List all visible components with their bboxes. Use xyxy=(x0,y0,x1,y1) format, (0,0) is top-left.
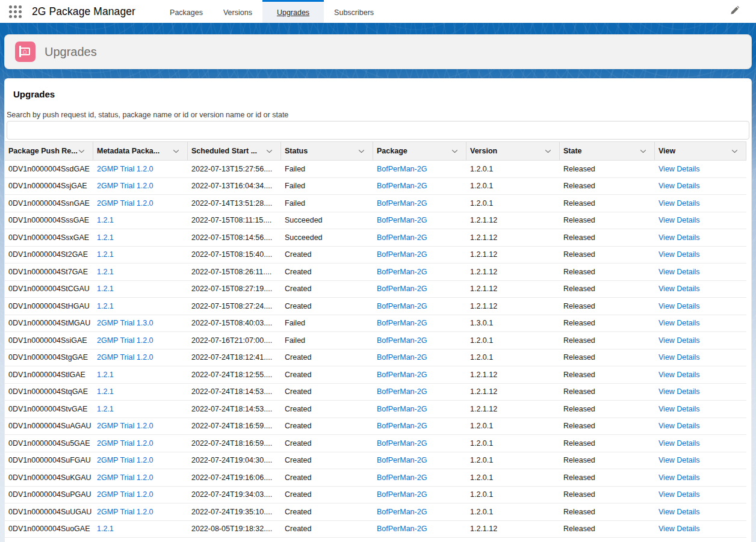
app-header: 2G Package Manager PackagesVersionsUpgra… xyxy=(0,0,756,23)
tab-versions[interactable]: Versions xyxy=(213,0,262,23)
view-link[interactable]: View Details xyxy=(658,490,700,499)
chevron-down-icon[interactable] xyxy=(639,147,647,155)
view-link[interactable]: View Details xyxy=(658,182,700,190)
view-link[interactable]: View Details xyxy=(658,422,700,430)
metadata_package-link[interactable]: 2GMP Trial 1.2.0 xyxy=(97,439,153,448)
view-link[interactable]: View Details xyxy=(658,336,700,345)
view-link[interactable]: View Details xyxy=(658,302,700,310)
metadata_package-link[interactable]: 1.2.1 xyxy=(97,525,114,533)
column-header-package[interactable]: Package xyxy=(373,142,466,160)
view-link[interactable]: View Details xyxy=(658,353,700,362)
chevron-down-icon[interactable] xyxy=(451,147,459,155)
metadata_package-link[interactable]: 1.2.1 xyxy=(97,285,114,293)
view-link[interactable]: View Details xyxy=(658,233,700,242)
column-header-view[interactable]: View xyxy=(655,142,746,160)
search-input[interactable] xyxy=(7,121,749,140)
package-link[interactable]: BofPerMan-2G xyxy=(377,371,427,379)
view-link[interactable]: View Details xyxy=(658,405,700,413)
view-link[interactable]: View Details xyxy=(658,473,700,482)
metadata_package-link[interactable]: 2GMP Trial 1.2.0 xyxy=(97,165,153,173)
column-label: Metadata Packa... xyxy=(97,147,160,155)
push_request_id-text: 0DV1n0000004SsiGAE xyxy=(8,336,87,345)
metadata_package-link[interactable]: 2GMP Trial 1.2.0 xyxy=(97,353,153,362)
chevron-down-icon[interactable] xyxy=(358,147,365,155)
tab-packages[interactable]: Packages xyxy=(160,0,213,23)
package-link[interactable]: BofPerMan-2G xyxy=(377,216,427,224)
view-link[interactable]: View Details xyxy=(658,285,700,293)
metadata_package-link[interactable]: 1.2.1 xyxy=(97,302,114,310)
version-text: 1.2.1.12 xyxy=(470,216,497,224)
view-link[interactable]: View Details xyxy=(658,439,700,448)
metadata_package-link[interactable]: 1.2.1 xyxy=(97,405,114,413)
cell-push_request_id: 0DV1n0000004StlGAE xyxy=(5,366,93,383)
metadata_package-link[interactable]: 1.2.1 xyxy=(97,371,114,379)
package-link[interactable]: BofPerMan-2G xyxy=(377,422,427,430)
metadata_package-link[interactable]: 2GMP Trial 1.2.0 xyxy=(97,422,153,430)
package-link[interactable]: BofPerMan-2G xyxy=(377,182,427,190)
edit-pencil-icon[interactable] xyxy=(730,6,739,17)
package-link[interactable]: BofPerMan-2G xyxy=(377,302,427,310)
chevron-down-icon[interactable] xyxy=(265,147,273,155)
package-link[interactable]: BofPerMan-2G xyxy=(377,508,427,516)
column-header-push_request_id[interactable]: Package Push Re... xyxy=(5,142,93,160)
metadata_package-link[interactable]: 2GMP Trial 1.2.0 xyxy=(97,199,153,208)
cell-scheduled_start: 2022-07-24T18:14:53.... xyxy=(188,384,281,401)
app-launcher-icon[interactable] xyxy=(9,5,22,18)
package-link[interactable]: BofPerMan-2G xyxy=(377,405,427,413)
view-link[interactable]: View Details xyxy=(658,216,700,224)
package-link[interactable]: BofPerMan-2G xyxy=(377,233,427,242)
metadata_package-link[interactable]: 2GMP Trial 1.3.0 xyxy=(97,319,153,327)
package-link[interactable]: BofPerMan-2G xyxy=(377,199,427,208)
column-header-version[interactable]: Version xyxy=(466,142,560,160)
package-link[interactable]: BofPerMan-2G xyxy=(377,285,427,293)
view-link[interactable]: View Details xyxy=(658,508,700,516)
package-link[interactable]: BofPerMan-2G xyxy=(377,387,427,396)
package-link[interactable]: BofPerMan-2G xyxy=(377,250,427,259)
cell-metadata_package: 2GMP Trial 1.2.0 xyxy=(93,161,188,177)
metadata_package-link[interactable]: 1.2.1 xyxy=(97,268,114,276)
cell-status: Created xyxy=(281,487,373,504)
package-link[interactable]: BofPerMan-2G xyxy=(377,456,427,464)
package-link[interactable]: BofPerMan-2G xyxy=(377,490,427,499)
tab-upgrades[interactable]: Upgrades xyxy=(262,0,324,23)
cell-package: BofPerMan-2G xyxy=(373,247,466,263)
chevron-down-icon[interactable] xyxy=(544,147,552,155)
view-link[interactable]: View Details xyxy=(658,525,700,533)
metadata_package-link[interactable]: 2GMP Trial 1.2.0 xyxy=(97,490,153,499)
chevron-down-icon[interactable] xyxy=(78,147,85,155)
column-header-state[interactable]: State xyxy=(560,142,655,160)
column-header-scheduled_start[interactable]: Scheduled Start ... xyxy=(188,142,281,160)
column-header-status[interactable]: Status xyxy=(281,142,373,160)
column-header-metadata_package[interactable]: Metadata Packa... xyxy=(93,142,188,160)
chevron-down-icon[interactable] xyxy=(731,147,739,155)
chevron-down-icon[interactable] xyxy=(172,147,180,155)
metadata_package-link[interactable]: 2GMP Trial 1.2.0 xyxy=(97,336,153,345)
tab-subscribers[interactable]: Subscribers xyxy=(324,0,384,23)
state-text: Released xyxy=(563,405,595,413)
scheduled_start-text: 2022-07-24T19:16:06.... xyxy=(191,473,272,482)
metadata_package-link[interactable]: 2GMP Trial 1.2.0 xyxy=(97,473,153,482)
view-link[interactable]: View Details xyxy=(658,456,700,464)
metadata_package-link[interactable]: 2GMP Trial 1.2.0 xyxy=(97,508,153,516)
package-link[interactable]: BofPerMan-2G xyxy=(377,525,427,533)
package-link[interactable]: BofPerMan-2G xyxy=(377,439,427,448)
package-link[interactable]: BofPerMan-2G xyxy=(377,473,427,482)
package-link[interactable]: BofPerMan-2G xyxy=(377,165,427,173)
view-link[interactable]: View Details xyxy=(658,371,700,379)
package-link[interactable]: BofPerMan-2G xyxy=(377,353,427,362)
package-link[interactable]: BofPerMan-2G xyxy=(377,268,427,276)
view-link[interactable]: View Details xyxy=(658,199,700,208)
metadata_package-link[interactable]: 1.2.1 xyxy=(97,216,114,224)
view-link[interactable]: View Details xyxy=(658,250,700,259)
metadata_package-link[interactable]: 2GMP Trial 1.2.0 xyxy=(97,456,153,464)
package-link[interactable]: BofPerMan-2G xyxy=(377,336,427,345)
metadata_package-link[interactable]: 1.2.1 xyxy=(97,233,114,242)
metadata_package-link[interactable]: 1.2.1 xyxy=(97,250,114,259)
view-link[interactable]: View Details xyxy=(658,268,700,276)
metadata_package-link[interactable]: 1.2.1 xyxy=(97,387,114,396)
package-link[interactable]: BofPerMan-2G xyxy=(377,319,427,327)
view-link[interactable]: View Details xyxy=(658,387,700,396)
view-link[interactable]: View Details xyxy=(658,165,700,173)
metadata_package-link[interactable]: 2GMP Trial 1.2.0 xyxy=(97,182,153,190)
view-link[interactable]: View Details xyxy=(658,319,700,327)
